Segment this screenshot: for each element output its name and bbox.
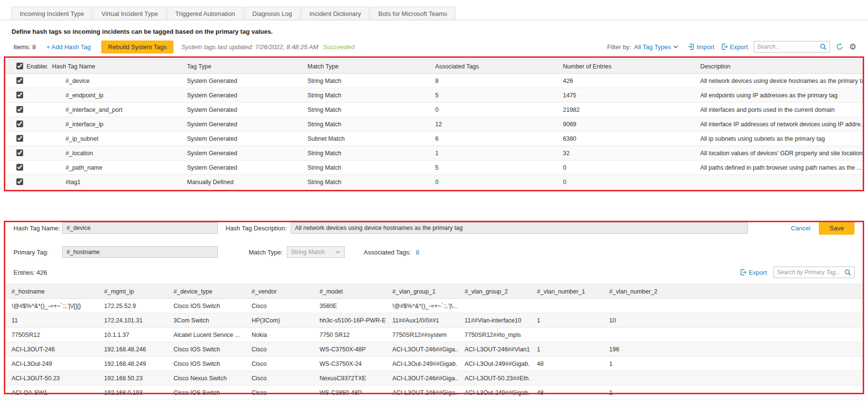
entries-column-header: #_hostname xyxy=(5,284,97,299)
tab[interactable]: Diagnosis Log xyxy=(244,7,300,20)
enabled-header-label: Enabled xyxy=(27,63,47,70)
row-enabled-checkbox[interactable] xyxy=(16,106,23,113)
tab[interactable]: Triggered Automation xyxy=(167,7,243,20)
entry-vlan-group-1-cell: !@#$%^&*()_-=+~`:;.'|\... xyxy=(386,299,458,313)
refresh-button[interactable] xyxy=(836,43,843,51)
match-type-cell: String Match xyxy=(303,146,430,160)
description-text: All interface IP addresses of network de… xyxy=(700,121,863,128)
search-icon[interactable] xyxy=(844,269,851,276)
search-icon[interactable] xyxy=(820,43,827,50)
hash-tag-row[interactable]: #_device System Generated String Match 8… xyxy=(5,74,863,88)
tab[interactable]: Virtual Incident Type xyxy=(93,7,166,20)
entry-row: ACI-L3OUT-50.23 192.168.50.23 Cisco Nexu… xyxy=(5,371,863,386)
entry-device-type-cell: Cisco Nexus Switch xyxy=(167,371,245,386)
description-text: All ip subnets using subnets as the prim… xyxy=(700,135,825,142)
hash-tag-row[interactable]: #_path_name System Generated String Matc… xyxy=(5,160,863,175)
entries-count-cell: 32 xyxy=(558,146,695,160)
entry-row: 11 172.24.101.31 3Com Switch HP(3Com) hh… xyxy=(5,313,863,328)
entry-vlan-number-2-cell xyxy=(602,299,675,313)
hash-tag-row[interactable]: #_ip_subnet System Generated Subnet Matc… xyxy=(5,132,863,146)
associated-tags-cell: 1 xyxy=(430,146,558,160)
gear-icon[interactable]: ⚙ xyxy=(849,43,856,51)
entry-hostname-cell: ACI-OA-SW1 xyxy=(5,386,97,400)
hash-tag-row[interactable]: #_interface_ip System Generated String M… xyxy=(5,117,863,132)
entry-vlan-number-2-cell: 1 xyxy=(602,386,675,400)
tab-bar: Incoming Incident Type Virtual Incident … xyxy=(0,0,868,20)
row-enabled-checkbox[interactable] xyxy=(16,120,23,127)
select-all-checkbox[interactable] xyxy=(16,63,23,69)
entry-vlan-number-2-cell: 10 xyxy=(602,313,675,328)
entries-column-header: #_vlan_group_2 xyxy=(458,284,530,299)
entries-column-header: #_vlan_number_1 xyxy=(530,284,602,299)
entries-count-cell: 0 xyxy=(558,160,695,175)
entry-mgmt-ip-cell: 172.25.52.9 xyxy=(97,299,167,313)
tag-type-cell: System Generated xyxy=(182,117,303,132)
associated-tags-link[interactable]: 8 xyxy=(416,249,419,256)
entry-vlan-number-2-cell: 196 xyxy=(602,342,675,357)
hash-tag-row[interactable]: #tag1 Manually Defined String Match 0 0 xyxy=(5,175,863,189)
row-enabled-checkbox[interactable] xyxy=(16,178,23,185)
tab[interactable]: Incident Dictionary xyxy=(301,7,369,20)
entries-search-input[interactable] xyxy=(777,269,844,276)
entries-column-header: #_mgmt_ip xyxy=(97,284,167,299)
hash-tag-name-cell: #_interface_ip xyxy=(47,117,182,132)
row-enabled-checkbox[interactable] xyxy=(16,149,23,156)
tag-type-cell: System Generated xyxy=(182,146,303,160)
enabled-cell xyxy=(5,74,47,88)
entry-filler-cell xyxy=(675,342,863,357)
entries-export-button[interactable]: Export xyxy=(740,269,767,276)
row-enabled-checkbox[interactable] xyxy=(16,135,23,142)
row-enabled-checkbox[interactable] xyxy=(16,164,23,171)
entry-vendor-cell: Cisco xyxy=(245,357,313,371)
refresh-icon xyxy=(836,43,843,51)
entries-header-filler xyxy=(675,284,863,299)
entry-vlan-group-2-cell: 11##Vlan-interface10 xyxy=(458,313,530,328)
hash-tag-row[interactable]: #_endpoint_ip System Generated String Ma… xyxy=(5,88,863,103)
match-type-select: String Match xyxy=(287,246,345,258)
entry-vlan-number-1-cell: 1 xyxy=(530,342,602,357)
entry-vlan-number-1-cell: 1 xyxy=(530,313,602,328)
row-enabled-checkbox[interactable] xyxy=(16,92,23,98)
tab-label: Triggered Automation xyxy=(175,10,235,17)
associated-tags-cell: 5 xyxy=(430,160,558,175)
entry-model-cell: 3560E xyxy=(313,299,386,313)
entry-device-type-cell: Cisco IOS Switch xyxy=(167,357,245,371)
rebuild-system-tags-button[interactable]: Rebuild System Tags xyxy=(101,40,174,53)
tab-label: Incident Dictionary xyxy=(309,10,361,17)
filter-tag-types-dropdown[interactable]: All Tag Types xyxy=(634,43,678,51)
cancel-button[interactable]: Cancel xyxy=(791,225,810,232)
match-type-cell: String Match xyxy=(303,103,430,117)
hash-tag-name-cell: #tag1 xyxy=(47,175,182,189)
entry-vlan-group-1-cell: ACI-L3OUT-246##Giga... xyxy=(386,342,458,357)
entry-model-cell: 7750 SR12 xyxy=(313,328,386,342)
export-icon xyxy=(740,269,747,276)
hash-tag-table-header-row: Enabled Hash Tag Name Tag Type Match Typ… xyxy=(5,59,863,74)
entry-vlan-number-2-cell xyxy=(602,328,675,342)
entries-search-box xyxy=(774,267,855,278)
last-updated-text: System tags last updated: 7/26/2022, 8:4… xyxy=(181,43,318,51)
hash-tag-row[interactable]: #_interface_and_port System Generated St… xyxy=(5,103,863,117)
entries-table: #_hostname #_mgmt_ip #_device_type #_ven… xyxy=(5,284,863,400)
search-input[interactable] xyxy=(757,43,820,50)
entry-device-type-cell: 3Com Switch xyxy=(167,313,245,328)
associated-tags-cell: 12 xyxy=(430,117,558,132)
description-cell: All ip subnets using subnets as the prim… xyxy=(695,132,863,146)
items-count: Items: 8 xyxy=(13,43,36,51)
import-button[interactable]: Import xyxy=(688,43,714,51)
row-enabled-checkbox[interactable] xyxy=(16,77,23,84)
entry-model-cell: WS-C3750X-48P xyxy=(313,342,386,357)
entry-device-type-cell: Cisco IOS Switch xyxy=(167,299,245,313)
entry-hostname-cell: !@#$%^&*()_-=+~`:;.'|\/[]{} xyxy=(5,299,97,313)
export-button[interactable]: Export xyxy=(721,43,748,51)
entry-hostname-cell: 11 xyxy=(5,313,97,328)
hash-tag-name-cell: #_ip_subnet xyxy=(47,132,182,146)
entry-model-cell: WS-C3750X-24 xyxy=(313,357,386,371)
hash-tag-row[interactable]: #_location System Generated String Match… xyxy=(5,146,863,160)
tag-type-cell: System Generated xyxy=(182,132,303,146)
tab[interactable]: Bots for Microsoft Teams xyxy=(370,7,455,20)
entry-mgmt-ip-cell: 192.168.48.246 xyxy=(97,342,167,357)
description-cell xyxy=(695,175,863,189)
tab[interactable]: Incoming Incident Type xyxy=(12,7,92,20)
save-button[interactable]: Save xyxy=(819,222,855,235)
add-hash-tag-button[interactable]: + Add Hash Tag xyxy=(46,43,91,51)
